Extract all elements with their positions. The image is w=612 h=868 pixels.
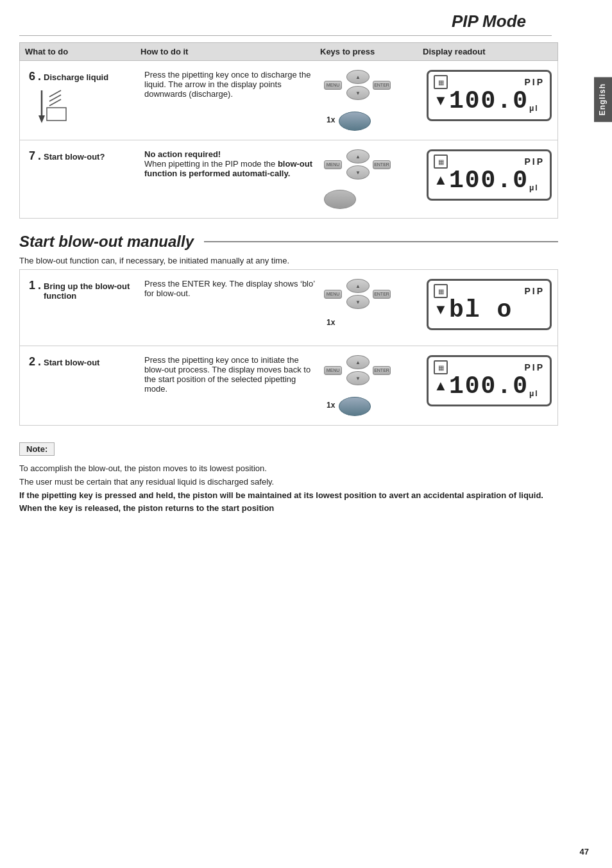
side-tab: English: [594, 77, 612, 122]
keys-layout: MENU ▲ ▼ ENTER: [324, 149, 392, 183]
keys-col: MENU ▲ ▼ ENTER 1x: [320, 276, 423, 330]
up-arrow-key[interactable]: ▲: [346, 355, 370, 369]
display-digits: 100.0μl: [449, 89, 545, 113]
up-arrow-key[interactable]: ▲: [346, 149, 370, 163]
display-arrow: ▲: [434, 378, 448, 394]
page-title: PIP Mode: [19, 12, 552, 36]
down-arrow-key[interactable]: ▼: [346, 165, 370, 179]
instruction-col: Press the pipetting key once to initiate…: [140, 353, 320, 396]
menu-key[interactable]: MENU: [324, 160, 342, 169]
keys-col: MENU ▲ ▼ ENTER 1x: [320, 67, 423, 133]
table-row: 7. Start blow-out? No action required! W…: [19, 140, 558, 219]
up-arrow-key[interactable]: ▲: [346, 279, 370, 293]
section-header: Start blow-out manually: [19, 233, 558, 251]
pipette-key[interactable]: [339, 112, 371, 131]
display-arrow: ▼: [434, 301, 448, 318]
col-header-2: How to do it: [140, 47, 320, 56]
step-label: Start blow-out: [44, 358, 99, 367]
column-headers: What to do How to do it Keys to press Di…: [19, 42, 558, 61]
pip-mode-label: PIP: [524, 286, 545, 296]
pip-mode-label: PIP: [524, 362, 545, 372]
pip-mode-label: PIP: [524, 156, 545, 167]
enter-key[interactable]: ENTER: [373, 81, 391, 90]
instruction-text: Press the ENTER key. The display shows ‘…: [144, 279, 316, 298]
page-number: 47: [580, 847, 589, 856]
note-line-1: To accomplish the blow-out, the piston m…: [19, 462, 558, 476]
press-count: 1x: [327, 115, 335, 124]
col-header-4: Display readout: [423, 47, 570, 56]
pip-mode-label: PIP: [524, 77, 545, 87]
display-readout: ▦ PIP ▼ bl o: [427, 279, 552, 330]
display-arrow: ▼: [434, 92, 448, 109]
instruction-col: Press the ENTER key. The display shows ‘…: [140, 276, 320, 301]
display-col: ▦ PIP ▲ 100.0μl: [423, 353, 570, 409]
display-col: ▦ PIP ▲ 100.0μl: [423, 147, 570, 203]
keys-layout: MENU ▲ ▼ ENTER: [324, 279, 392, 313]
instruction-col: Press the pipetting key once to discharg…: [140, 67, 320, 101]
enter-key[interactable]: ENTER: [373, 160, 391, 169]
down-arrow-key[interactable]: ▼: [346, 86, 370, 100]
step-label: Bring up the blow-out function: [44, 281, 137, 301]
inactive-pipette-key: [324, 190, 356, 209]
enter-key[interactable]: ENTER: [373, 366, 391, 375]
menu-key[interactable]: MENU: [324, 81, 342, 90]
display-digits: 100.0μl: [449, 374, 545, 399]
step-number: 6: [29, 70, 35, 83]
discharge-icon: [35, 87, 137, 130]
instruction-text: When pipetting in the PIP mode the blow-…: [144, 159, 316, 178]
keys-col: MENU ▲ ▼ ENTER 1x: [320, 353, 423, 419]
press-count: 1x: [327, 318, 335, 327]
step-title-col: 1. Bring up the blow-out function: [25, 276, 140, 303]
menu-key[interactable]: MENU: [324, 366, 342, 375]
keys-layout: MENU ▲ ▼ ENTER: [324, 355, 392, 389]
table-row: 2. Start blow-out Press the pipetting ke…: [19, 346, 558, 426]
step-number: 2: [29, 355, 35, 369]
note-label: Note:: [19, 442, 55, 456]
step-label: Discharge liquid: [44, 72, 108, 82]
down-arrow-key[interactable]: ▼: [346, 295, 370, 309]
step-label: Start blow-out?: [44, 152, 105, 162]
instruction-bold: No action required!: [144, 149, 221, 159]
press-count: 1x: [327, 401, 335, 410]
display-readout: ▦ PIP ▲ 100.0μl: [427, 149, 552, 201]
battery-icon: ▦: [434, 154, 448, 169]
battery-icon: ▦: [434, 360, 448, 374]
menu-key[interactable]: MENU: [324, 290, 342, 299]
display-digits: 100.0μl: [449, 169, 545, 193]
display-readout: ▦ PIP ▲ 100.0μl: [427, 355, 552, 406]
step-number: 7: [29, 149, 35, 163]
step-title-col: 2. Start blow-out: [25, 353, 140, 371]
battery-icon: ▦: [434, 284, 448, 298]
keys-col: MENU ▲ ▼ ENTER: [320, 147, 423, 212]
instruction-text: Press the pipetting key once to discharg…: [144, 70, 316, 99]
instruction-col: No action required! When pipetting in th…: [140, 147, 320, 181]
section-description: The blow-out function can, if necessary,…: [19, 256, 558, 265]
down-arrow-key[interactable]: ▼: [346, 371, 370, 385]
svg-rect-5: [47, 108, 66, 121]
display-col: ▦ PIP ▼ 100.0μl: [423, 67, 570, 124]
step-title-col: 7. Start blow-out?: [25, 147, 140, 165]
table-row: 6. Discharge liquid Press: [19, 61, 558, 140]
table-row: 1. Bring up the blow-out function Press …: [19, 269, 558, 346]
svg-marker-1: [38, 115, 45, 123]
note-section: Note: To accomplish the blow-out, the pi…: [19, 435, 558, 515]
section-title: Start blow-out manually: [19, 233, 194, 251]
col-header-1: What to do: [25, 47, 140, 56]
up-arrow-key[interactable]: ▲: [346, 70, 370, 84]
section-divider: Start blow-out manually The blow-out fun…: [19, 233, 558, 265]
enter-key[interactable]: ENTER: [373, 290, 391, 299]
keys-layout: MENU ▲ ▼ ENTER: [324, 70, 392, 104]
note-line-3: If the pipetting key is pressed and held…: [19, 489, 558, 516]
note-line-2: The user must be certain that any residu…: [19, 476, 558, 489]
battery-icon: ▦: [434, 75, 448, 89]
display-readout: ▦ PIP ▼ 100.0μl: [427, 70, 552, 121]
display-col: ▦ PIP ▼ bl o: [423, 276, 570, 333]
col-header-3: Keys to press: [320, 47, 423, 56]
instruction-text: Press the pipetting key once to initiate…: [144, 355, 316, 394]
note-text: To accomplish the blow-out, the piston m…: [19, 462, 558, 515]
step-number: 1: [29, 279, 35, 292]
pipette-key[interactable]: [339, 397, 371, 416]
display-arrow: ▲: [434, 172, 448, 188]
step-title-col: 6. Discharge liquid: [25, 67, 140, 133]
display-blo: bl o: [449, 298, 545, 322]
